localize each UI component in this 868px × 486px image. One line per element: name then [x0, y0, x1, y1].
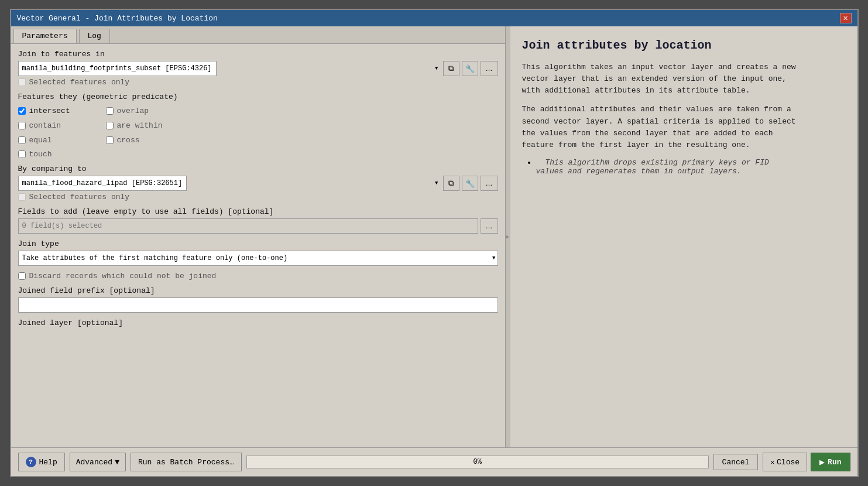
compare-to-browse-button[interactable]: … [481, 176, 498, 191]
predicate-intersect-checkbox[interactable] [18, 107, 26, 115]
help-note: This algorithm drops existing primary ke… [536, 158, 769, 176]
fields-input[interactable] [18, 218, 478, 234]
discard-row: Discard records which could not be joine… [18, 272, 498, 280]
predicate-cross-row: cross [106, 136, 188, 145]
join-to-dropdown[interactable]: manila_building_footprints_subset [EPSG:… [18, 61, 217, 76]
fields-browse-icon: … [486, 222, 493, 230]
discard-label: Discard records which could not be joine… [29, 272, 217, 280]
predicate-intersect-label: intersect [29, 107, 70, 115]
settings-icon-2: 🔧 [465, 179, 475, 188]
predicate-grid: intersect overlap contain are withi [18, 105, 498, 146]
selected-features-2-row: Selected features only [18, 193, 498, 201]
help-notes: This algorithm drops existing primary ke… [528, 158, 846, 176]
join-to-dropdown-wrapper: manila_building_footprints_subset [EPSG:… [18, 61, 441, 76]
join-type-dropdown[interactable]: Take attributes of the first matching fe… [18, 251, 498, 266]
predicate-equal-checkbox[interactable] [18, 136, 26, 144]
chevron-down-icon: ▼ [115, 458, 119, 467]
geometric-predicate-group: Features they (geometric predicate) inte… [18, 93, 498, 159]
browse-icon: … [486, 64, 493, 73]
panel-divider[interactable] [506, 26, 510, 447]
copy-icon: ⧉ [448, 64, 454, 73]
main-dialog: Vector General - Join Attributes by Loca… [10, 9, 859, 477]
run-icon: ▶ [819, 457, 825, 468]
progress-bar: 0% [246, 456, 709, 468]
predicate-touch-label: touch [29, 150, 52, 159]
compare-to-settings-button[interactable]: 🔧 [462, 176, 478, 191]
fields-group: Fields to add (leave empty to use all fi… [18, 207, 498, 234]
close-button[interactable]: ✕ Close [763, 453, 807, 471]
settings-icon: 🔧 [465, 64, 475, 73]
join-to-browse-button[interactable]: … [481, 61, 498, 76]
join-to-settings-button[interactable]: 🔧 [462, 61, 478, 76]
fields-browse-button[interactable]: … [481, 218, 498, 234]
batch-process-button[interactable]: Run as Batch Process… [131, 453, 242, 471]
help-icon: ? [26, 457, 36, 467]
help-title: Join attributes by location [522, 38, 846, 53]
compare-to-copy-button[interactable]: ⧉ [443, 176, 459, 191]
tabs-bar: Parameters Log [11, 26, 505, 44]
title-bar: Vector General - Join Attributes by Loca… [11, 10, 857, 26]
predicate-equal-row: equal [18, 136, 100, 145]
action-buttons: ✕ Close ▶ Run [763, 453, 850, 471]
selected-features-1-checkbox[interactable] [18, 78, 26, 86]
selected-features-2-checkbox[interactable] [18, 193, 26, 201]
predicate-arewithin-label: are within [117, 121, 163, 130]
predicate-overlap-row: overlap [106, 107, 188, 115]
copy-icon-2: ⧉ [448, 179, 454, 188]
predicate-cross-checkbox[interactable] [106, 136, 114, 144]
advanced-button[interactable]: Advanced ▼ [70, 453, 126, 471]
compare-to-group: By comparing to manila_flood_hazard_lipa… [18, 165, 498, 201]
prefix-group: Joined field prefix [optional] [18, 286, 498, 313]
join-to-input-row: manila_building_footprints_subset [EPSG:… [18, 61, 498, 76]
geometric-predicate-label: Features they (geometric predicate) [18, 93, 498, 101]
window-title: Vector General - Join Attributes by Loca… [17, 14, 218, 23]
dialog-body: Parameters Log Join to features in manil… [11, 26, 857, 447]
predicate-contain-checkbox[interactable] [18, 122, 26, 129]
predicate-cross-label: cross [117, 136, 140, 145]
selected-features-1-row: Selected features only [18, 78, 498, 87]
join-to-label: Join to features in [18, 50, 498, 59]
join-type-group: Join type Take attributes of the first m… [18, 239, 498, 266]
join-to-copy-button[interactable]: ⧉ [443, 61, 459, 76]
discard-checkbox[interactable] [18, 272, 26, 280]
predicate-contain-label: contain [29, 121, 61, 130]
predicate-arewithin-checkbox[interactable] [106, 122, 114, 129]
progress-value: 0% [473, 458, 481, 466]
run-button[interactable]: ▶ Run [811, 453, 850, 471]
predicate-contain-row: contain [18, 121, 100, 130]
tab-log[interactable]: Log [79, 29, 110, 43]
predicate-touch-row: touch [18, 150, 498, 159]
right-panel: Join attributes by location This algorit… [510, 26, 857, 447]
prefix-input[interactable] [18, 297, 498, 313]
compare-to-dropdown[interactable]: manila_flood_hazard_lipad [EPSG:32651] [18, 176, 187, 191]
help-paragraph2: The additional attributes and their valu… [522, 104, 846, 151]
discard-group: Discard records which could not be joine… [18, 272, 498, 280]
selected-features-1-label: Selected features only [29, 78, 130, 87]
help-button[interactable]: ? Help [18, 453, 65, 471]
tab-parameters[interactable]: Parameters [13, 29, 77, 43]
selected-features-2-label: Selected features only [29, 193, 130, 201]
left-panel: Parameters Log Join to features in manil… [11, 26, 506, 447]
joined-layer-group: Joined layer [optional] [18, 319, 498, 327]
predicate-intersect-row: intersect [18, 107, 100, 115]
help-paragraph1: This algorithm takes an input vector lay… [522, 61, 846, 97]
join-to-group: Join to features in manila_building_foot… [18, 50, 498, 87]
predicate-equal-label: equal [29, 136, 52, 145]
predicate-overlap-checkbox[interactable] [106, 107, 114, 115]
window-close-button[interactable]: ✕ [840, 13, 852, 23]
predicate-arewithin-row: are within [106, 121, 188, 130]
cancel-button[interactable]: Cancel [713, 454, 759, 470]
bottom-bar: ? Help Advanced ▼ Run as Batch Process… … [11, 447, 857, 476]
compare-to-label: By comparing to [18, 165, 498, 173]
fields-input-row: … [18, 218, 498, 234]
prefix-label: Joined field prefix [optional] [18, 286, 498, 295]
compare-to-input-row: manila_flood_hazard_lipad [EPSG:32651] ⧉… [18, 176, 498, 191]
close-x-icon: ✕ [770, 458, 774, 466]
join-type-dropdown-wrapper: Take attributes of the first matching fe… [18, 251, 498, 266]
predicate-overlap-label: overlap [117, 107, 149, 115]
parameters-scroll[interactable]: Join to features in manila_building_foot… [11, 44, 505, 447]
compare-to-dropdown-wrapper: manila_flood_hazard_lipad [EPSG:32651] [18, 176, 441, 191]
predicate-touch-checkbox[interactable] [18, 150, 26, 158]
join-type-label: Join type [18, 239, 498, 248]
browse-icon-2: … [486, 179, 493, 187]
